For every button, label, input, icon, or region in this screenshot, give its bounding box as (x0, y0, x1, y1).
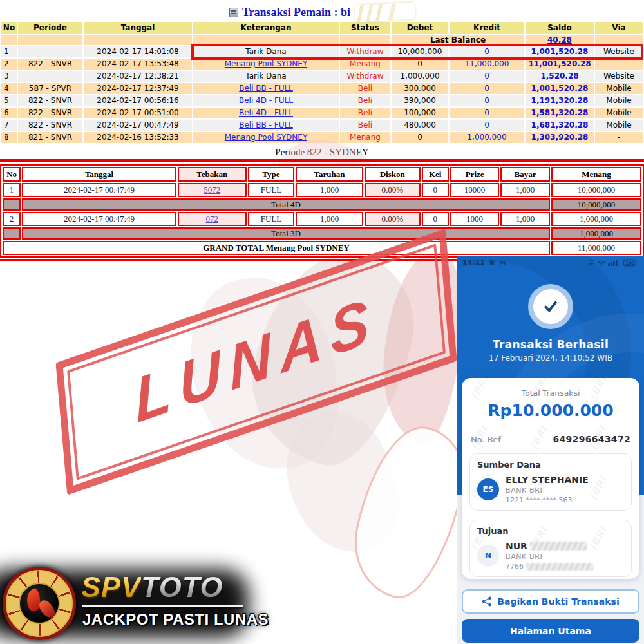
transactions-header-row: NoPeriodeTanggalKeteranganStatusDebetKre… (1, 22, 643, 34)
cell-periode: 587 - SPVR (18, 83, 82, 94)
cell-no: 2 (3, 212, 21, 226)
keterangan-link[interactable]: Menang Pool SYDNEY (225, 59, 307, 68)
cell-periode: 822 - SNVR (18, 120, 82, 131)
cell-kredit: 1,000,000 (450, 132, 524, 143)
tebakan-link[interactable]: 5072 (204, 185, 220, 194)
receipt-card: ⟨BRI⟨BRI⟨BRI⟨BRI⟨BRI⟨BRI⟨BRI⟨BRI⟨BRI⟨BRI… (462, 378, 639, 579)
cell-keterangan: Beli 4D - FULL (193, 108, 339, 118)
cell-saldo: 1,303,920.28 (526, 132, 594, 143)
column-header-debet: Debet (392, 22, 448, 34)
bet-table-block: NoTanggalTebakanTypeTaruhanDiskonKeiPriz… (0, 159, 644, 261)
transaction-row: 12024-02-17 14:01:08Tarik DanaWithdraw10… (1, 46, 643, 57)
ref-label: No. Ref (471, 435, 501, 444)
cell-saldo: 1,581,320.28 (526, 108, 594, 118)
cell-tebakan: 072 (178, 212, 247, 226)
transaction-row: 2822 - SNVR2024-02-17 13:53:48Menang Poo… (1, 59, 643, 70)
source-account-box: Sumber Dana ES ELLY STEPHANIE BANK BRI 1… (469, 453, 632, 511)
keterangan-link[interactable]: Beli 4D - FULL (239, 96, 293, 105)
cell-kredit: 0 (450, 83, 524, 94)
transaction-row: 32024-02-17 12:38:21Tarik DanaWithdraw1,… (1, 71, 643, 82)
cell-tebakan: 5072 (178, 183, 247, 197)
battery-icon: 100 (626, 260, 635, 265)
cell-keterangan: Beli 4D - FULL (193, 95, 339, 106)
cell-debet: 390,000 (392, 95, 448, 106)
cell-saldo: 1,001,520.28 (526, 83, 594, 94)
total-row: Total 3D1,000,000 (3, 227, 641, 240)
share-receipt-button[interactable]: Bagikan Bukti Transaksi (462, 589, 639, 614)
cell-keterangan: Beli BB - FULL (193, 120, 339, 131)
total-label: Total 3D (22, 227, 550, 240)
total-transaction-amount: Rp10.000.000 (469, 401, 632, 420)
keterangan-link[interactable]: Beli 4D - FULL (239, 108, 293, 117)
status-right-icons: 100 (587, 258, 639, 267)
cell-periode (18, 71, 82, 82)
cell-kredit: 0 (450, 71, 524, 82)
empty-cell (340, 35, 390, 45)
transaction-row: 7822 - SNVR2024-02-17 00:47:49Beli BB - … (1, 120, 643, 131)
last-balance-row: Last Balance40.28 (1, 35, 643, 45)
cell-taruhan: 1,000 (296, 212, 363, 226)
bet-row: 22024-02-17 00:47:49072FULL1,0000.00%010… (3, 212, 641, 226)
cell-debet: 0 (392, 59, 448, 70)
bet-header-row: NoTanggalTebakanTypeTaruhanDiskonKeiPriz… (3, 167, 641, 182)
brand-gold: SPV (81, 571, 141, 603)
cell-tanggal: 2024-02-17 00:47:49 (22, 183, 176, 197)
cell-via: Mobile (595, 108, 643, 118)
column-header-menang: Menang (551, 167, 641, 182)
cell-via: - (595, 59, 643, 70)
tebakan-link[interactable]: 072 (206, 214, 219, 223)
cell-kredit: 0 (450, 95, 524, 106)
cell-tanggal: 2024-02-17 00:47:49 (84, 120, 192, 131)
home-button[interactable]: Halaman Utama (462, 619, 639, 643)
cell-via: Mobile (595, 95, 643, 106)
cell-keterangan: Menang Pool SYDNEY (193, 132, 339, 143)
cell-no: 5 (1, 95, 17, 106)
cell-debet: 100,000 (392, 108, 448, 118)
page-title: Transaksi Pemain : bi (242, 6, 350, 19)
cell-no: 7 (1, 120, 17, 131)
grand-total-label: GRAND TOTAL Menang Pool SYDNEY (3, 241, 550, 255)
cell-tanggal: 2024-02-17 00:56:16 (84, 95, 192, 106)
column-header-bayar: Bayar (500, 167, 550, 182)
column-header-prize: Prize (450, 167, 500, 182)
source-account: 1221 **** **** 563 (506, 496, 572, 504)
cell-status: Menang (340, 132, 390, 143)
column-header-type: Type (248, 167, 295, 182)
brand-divider (82, 605, 243, 607)
brand-tagline: JACKPOT PASTI LUNAS (82, 611, 269, 629)
cell-via: Website (595, 71, 643, 82)
cell-via: - (595, 132, 643, 143)
cell-kredit: 0 (450, 108, 524, 118)
lunas-stamp-text: LUNAS (132, 281, 380, 437)
empty-cell (595, 35, 643, 45)
cell-diskon: 0.00% (365, 183, 421, 197)
source-avatar: ES (477, 478, 499, 500)
censored-destination-name (530, 542, 587, 551)
cell-tanggal: 2024-02-17 00:47:49 (22, 212, 176, 226)
cell-saldo: 1,001,520.28 (526, 46, 594, 57)
cell-periode (18, 46, 82, 57)
destination-name: NUR (506, 541, 527, 551)
keterangan-link[interactable]: Beli BB - FULL (239, 120, 293, 129)
cell-prize: 10000 (450, 183, 500, 197)
cell-debet: 300,000 (392, 83, 448, 94)
cell-debet: 1,000,000 (392, 71, 448, 82)
column-header-tanggal: Tanggal (22, 167, 176, 182)
destination-section-label: Tujuan (477, 526, 624, 536)
cell-via: Mobile (595, 120, 643, 131)
cell-keterangan: Beli BB - FULL (193, 83, 339, 94)
total-transaction-label: Total Transaksi (469, 388, 632, 398)
cell-saldo: 1,681,320.28 (526, 120, 594, 131)
total-row-spacer (3, 198, 21, 211)
notification-icons: ▣ ⋈ (489, 259, 507, 266)
transactions-table: NoPeriodeTanggalKeteranganStatusDebetKre… (0, 21, 644, 144)
cell-no: 4 (1, 83, 17, 94)
keterangan-link[interactable]: Menang Pool SYDNEY (225, 133, 307, 142)
cell-status: Beli (340, 95, 390, 106)
transaction-row: 5822 - SNVR2024-02-17 00:56:16Beli 4D - … (1, 95, 643, 106)
periode-caption: Periode 822 - SYDNEY (0, 147, 644, 158)
keterangan-link[interactable]: Beli BB - FULL (239, 84, 293, 93)
last-balance-label: Last Balance (392, 35, 524, 45)
grand-total-row: GRAND TOTAL Menang Pool SYDNEY11,000,000 (3, 241, 641, 255)
column-header-taruhan: Taruhan (296, 167, 363, 182)
